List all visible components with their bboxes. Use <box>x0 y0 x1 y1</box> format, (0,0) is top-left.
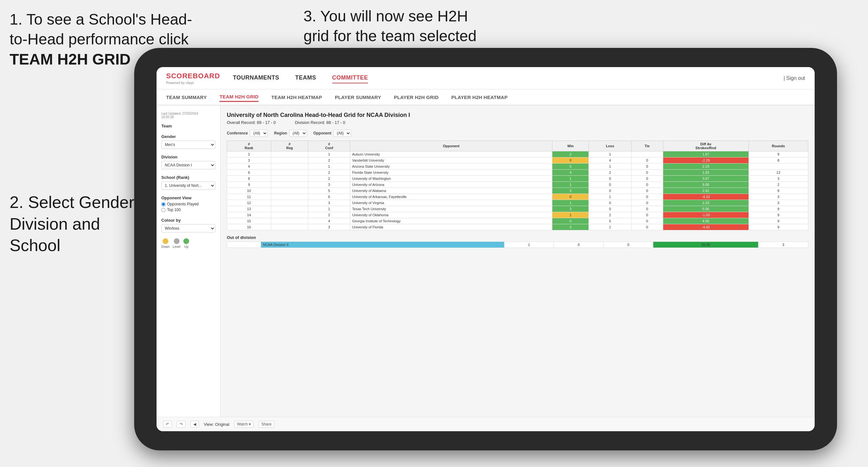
legend-level: Level <box>173 238 181 249</box>
sub-nav-player-h2h-grid[interactable]: PLAYER H2H GRID <box>394 93 439 101</box>
sidebar-radio-group: Opponents Played Top 100 <box>161 202 215 212</box>
out-div-table: NCAA Division II 1 0 0 26.00 3 <box>227 242 808 248</box>
table-row: 2 1 Auburn University 2 1 1.67 9 <box>227 151 808 157</box>
overall-record: Overall Record: 89 - 17 - 0 <box>227 120 276 125</box>
nav-items: TOURNAMENTS TEAMS COMMITTEE <box>233 73 784 83</box>
opponent-select[interactable]: (All) <box>333 130 351 137</box>
main-content: Last Updated: 27/03/2024 16:55:38 Team G… <box>157 105 815 417</box>
share-button[interactable]: Share <box>258 421 274 428</box>
conference-select[interactable]: (All) <box>250 130 268 137</box>
nav-item-committee[interactable]: COMMITTEE <box>332 73 368 83</box>
sign-out-link[interactable]: | Sign out <box>784 75 805 81</box>
radio-top-100[interactable]: Top 100 <box>161 208 215 212</box>
tablet-screen: SCOREBOARD Powered by clippi TOURNAMENTS… <box>157 67 815 431</box>
table-row: 14 2 University of Oklahoma 1 2 0 -1.00 … <box>227 212 808 218</box>
region-label: Region <box>274 131 287 135</box>
col-conf: #Conf <box>308 141 350 151</box>
filter-opponent: Opponent (All) <box>313 130 351 137</box>
logo-area: SCOREBOARD Powered by clippi <box>166 72 220 85</box>
table-row: 13 1 Texas Tech University 3 0 0 5.56 9 <box>227 206 808 212</box>
gender-select[interactable]: Men's <box>161 141 215 149</box>
col-win: Win <box>552 141 589 151</box>
redo-button[interactable]: ↷ <box>177 421 186 428</box>
top-nav: SCOREBOARD Powered by clippi TOURNAMENTS… <box>157 67 815 89</box>
grid-area: University of North Carolina Head-to-Hea… <box>220 105 815 417</box>
undo-button[interactable]: ↶ <box>163 421 172 428</box>
legend-level-dot <box>174 238 180 244</box>
table-row: 8 2 University of Washington 1 0 0 3.67 … <box>227 176 808 182</box>
table-row: 10 5 University of Alabama 3 0 0 2.61 8 <box>227 188 808 194</box>
division-select[interactable]: NCAA Division I <box>161 161 215 169</box>
col-tie: Tie <box>631 141 663 151</box>
sub-nav-player-summary[interactable]: PLAYER SUMMARY <box>335 93 381 101</box>
ann1-line2: to-Head performance click <box>9 31 188 48</box>
sidebar-gender-label: Gender <box>161 134 215 139</box>
sidebar-opponent-view-label: Opponent View <box>161 195 215 200</box>
table-row: 16 3 University of Florida 3 1 0 -4.42 9 <box>227 224 808 230</box>
toolbar-row: ↶ ↷ ◀ View: Original Watch ▾ Share <box>157 417 815 431</box>
table-row: 9 3 University of Arizona 1 0 0 9.00 2 <box>227 182 808 188</box>
sub-nav-team-h2h-heatmap[interactable]: TEAM H2H HEATMAP <box>271 93 322 101</box>
col-reg: #Reg <box>271 141 308 151</box>
table-row: 15 4 Georgia Institute of Technology 0 5… <box>227 218 808 224</box>
sidebar-gender-section: Gender Men's <box>161 134 215 149</box>
legend-down: Down <box>161 238 169 249</box>
nav-item-tournaments[interactable]: TOURNAMENTS <box>233 73 279 83</box>
out-div-loss: 0 <box>554 242 603 248</box>
ann1-bold: TEAM H2H GRID <box>9 51 131 68</box>
h2h-table: #Rank #Reg #Conf Opponent Win Loss Tie D… <box>227 141 808 230</box>
out-div-win: 1 <box>504 242 554 248</box>
region-select[interactable]: (All) <box>289 130 307 137</box>
col-rounds: Rounds <box>748 141 808 151</box>
sidebar-colour-section: Colour by Win/loss <box>161 218 215 232</box>
logo-text: SCOREBOARD <box>166 72 220 80</box>
sidebar: Last Updated: 27/03/2024 16:55:38 Team G… <box>157 105 220 417</box>
table-row: 11 6 University of Arkansas, Fayettevill… <box>227 194 808 200</box>
sub-nav-team-summary[interactable]: TEAM SUMMARY <box>166 93 207 101</box>
colour-select[interactable]: Win/loss <box>161 224 215 232</box>
sidebar-colour-label: Colour by <box>161 218 215 223</box>
sidebar-team-section: Team <box>161 124 215 128</box>
tablet-frame: SCOREBOARD Powered by clippi TOURNAMENTS… <box>134 48 837 450</box>
conference-label: Conference <box>227 131 248 135</box>
table-row: 3 2 Vanderbilt University 0 4 0 -2.29 8 <box>227 157 808 163</box>
sidebar-division-section: Division NCAA Division I <box>161 155 215 169</box>
out-div-label: Out of division <box>227 235 808 240</box>
out-div-row: NCAA Division II 1 0 0 26.00 3 <box>227 242 808 248</box>
back-button[interactable]: ◀ <box>190 421 199 428</box>
filter-row: Conference (All) Region (All) Opponent <box>227 130 808 137</box>
watch-button[interactable]: Watch ▾ <box>234 421 254 428</box>
table-header-row: #Rank #Reg #Conf Opponent Win Loss Tie D… <box>227 141 808 151</box>
sidebar-school-section: School (Rank) 1. University of Nort... <box>161 175 215 190</box>
filter-conference: Conference (All) <box>227 130 268 137</box>
radio-opponents-played[interactable]: Opponents Played <box>161 202 215 206</box>
table-row: 6 2 Florida State University 4 2 0 1.83 … <box>227 169 808 176</box>
filter-region: Region (All) <box>274 130 307 137</box>
out-div-rounds: 3 <box>758 242 808 248</box>
sidebar-opponent-view-section: Opponent View Opponents Played Top 100 <box>161 195 215 212</box>
nav-item-teams[interactable]: TEAMS <box>295 73 316 83</box>
legend-down-dot <box>163 238 168 244</box>
sidebar-team-label: Team <box>161 124 215 128</box>
legend-row: Down Level Up <box>161 238 215 249</box>
annotation-3: 3. You will now see H2H grid for the tea… <box>304 6 527 46</box>
table-row: 4 1 Arizona State University 5 1 0 2.29 <box>227 163 808 169</box>
sub-nav-player-h2h-heatmap[interactable]: PLAYER H2H HEATMAP <box>452 93 508 101</box>
grid-title: University of North Carolina Head-to-Hea… <box>227 112 808 119</box>
out-of-division: Out of division NCAA Division II 1 0 0 2… <box>227 235 808 248</box>
opponent-label: Opponent <box>313 131 332 135</box>
ann1-line1: 1. To see a School's Head- <box>9 11 192 28</box>
out-div-tie: 0 <box>603 242 653 248</box>
sidebar-timestamp: Last Updated: 27/03/2024 16:55:38 <box>161 112 215 119</box>
grid-records: Overall Record: 89 - 17 - 0 Division Rec… <box>227 120 808 125</box>
col-diff: Diff AvStrokes/Rnd <box>663 141 748 151</box>
legend-up: Up <box>183 238 189 249</box>
out-div-name: NCAA Division II <box>261 242 504 248</box>
col-rank: #Rank <box>227 141 271 151</box>
logo-sub: Powered by clippi <box>166 81 220 85</box>
legend-up-dot <box>183 238 189 244</box>
sub-nav: TEAM SUMMARY TEAM H2H GRID TEAM H2H HEAT… <box>157 89 815 105</box>
sub-nav-team-h2h-grid[interactable]: TEAM H2H GRID <box>219 92 258 102</box>
school-select[interactable]: 1. University of Nort... <box>161 181 215 190</box>
view-label: View: Original <box>204 422 229 427</box>
